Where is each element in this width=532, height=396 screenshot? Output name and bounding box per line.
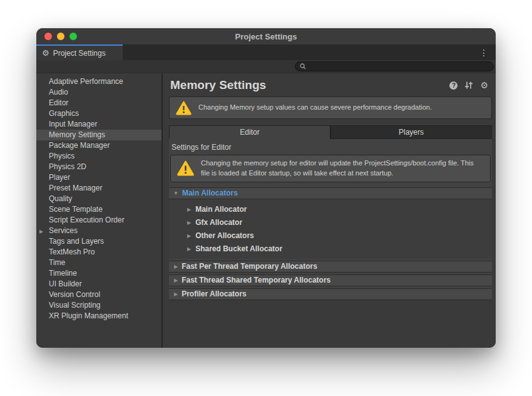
allocator-foldout[interactable]: ▶ Gfx Allocator <box>169 216 492 229</box>
sidebar-item[interactable]: ▶ TextMesh Pro <box>36 247 161 258</box>
sidebar-item-label: Graphics <box>49 109 79 118</box>
sidebar-item[interactable]: ▶ Visual Scripting <box>36 300 161 311</box>
sidebar-item[interactable]: ▶ Quality <box>36 194 161 204</box>
section-foldout[interactable]: ▶ Fast Thread Shared Temporary Allocator… <box>169 274 492 286</box>
dock-menu-button[interactable]: ⋮ <box>479 44 488 60</box>
sidebar-item[interactable]: ▶ Scene Template <box>36 204 161 215</box>
sidebar-item[interactable]: ▶ Physics 2D <box>36 162 161 172</box>
sidebar-item-label: Tags and Layers <box>49 237 104 246</box>
sidebar-item[interactable]: ▶ Adaptive Performance <box>36 76 161 87</box>
header-icons: ? ⚙ <box>449 81 488 90</box>
settings-for-editor-label: Settings for Editor <box>169 139 492 155</box>
search-icon <box>300 63 306 70</box>
sidebar-item-label: UI Builder <box>49 279 82 288</box>
sidebar-item-label: Version Control <box>49 290 100 299</box>
help-icon[interactable]: ? <box>449 81 458 90</box>
chevron-right-icon: ▶ <box>187 246 191 252</box>
allocator-foldout[interactable]: ▶ Shared Bucket Allocator <box>169 242 492 256</box>
close-window-button[interactable] <box>44 33 52 40</box>
foldout-main-allocators[interactable]: ▼ Main Allocators <box>169 187 492 199</box>
allocator-label: Main Allocator <box>195 205 247 214</box>
allocator-label: Gfx Allocator <box>195 218 242 227</box>
page-header: Memory Settings ? ⚙ <box>163 73 496 95</box>
sidebar-item-label: Input Manager <box>49 120 97 128</box>
sidebar-item[interactable]: ▶ Time <box>36 258 161 268</box>
chevron-right-icon: ▶ <box>187 207 191 212</box>
sidebar-item-label: Physics <box>49 152 74 160</box>
target-tabs: Editor Players <box>169 125 492 139</box>
target-tab-label: Players <box>399 128 424 137</box>
sidebar-item[interactable]: ▶ Timeline <box>36 268 161 279</box>
toolbar <box>36 60 496 73</box>
main-split: ▶ Adaptive Performance ▶ Audio ▶ Editor … <box>36 73 496 348</box>
content-pane: Memory Settings ? ⚙ <box>163 73 496 348</box>
sidebar-item-label: Quality <box>49 194 72 203</box>
sidebar-item[interactable]: ▶ Editor <box>36 98 161 108</box>
warning-icon <box>177 160 194 176</box>
project-settings-window: Project Settings ⚙ Project Settings ⋮ ▶ … <box>36 28 496 348</box>
page-title: Memory Settings <box>170 78 449 92</box>
sidebar-item[interactable]: ▶ Package Manager <box>36 140 161 151</box>
traffic-lights <box>44 28 77 44</box>
target-tab[interactable]: Editor <box>169 125 330 139</box>
chevron-right-icon: ▶ <box>174 278 178 283</box>
sidebar-item-label: Timeline <box>49 269 77 278</box>
sidebar-item-label: Editor <box>49 98 68 107</box>
sidebar-item-label: Scene Template <box>49 205 103 214</box>
sidebar-item-label: Time <box>49 258 65 267</box>
sidebar-item-label: Audio <box>49 88 68 96</box>
sidebar-item[interactable]: ▶ Script Execution Order <box>36 215 161 226</box>
sidebar-item[interactable]: ▶ Tags and Layers <box>36 236 161 247</box>
sidebar-item[interactable]: ▶ Graphics <box>36 108 161 119</box>
sidebar-item[interactable]: ▶ Player <box>36 172 161 183</box>
preset-icon[interactable] <box>464 81 473 89</box>
allocator-foldout[interactable]: ▶ Other Allocators <box>169 229 492 242</box>
sidebar-item[interactable]: ▶ Preset Manager <box>36 183 161 194</box>
foldout-label: Main Allocators <box>182 189 238 197</box>
search-field[interactable] <box>295 61 494 71</box>
tab-label: Project Settings <box>53 49 106 58</box>
minimize-window-button[interactable] <box>57 33 64 40</box>
main-allocators-body: ▶ Main Allocator ▶ Gfx Allocator ▶ Other… <box>169 199 492 259</box>
warning-banner: Changing Memory setup values can cause s… <box>169 96 492 119</box>
chevron-right-icon: ▶ <box>174 291 178 297</box>
section-foldout-label: Profiler Allocators <box>182 289 247 298</box>
sidebar-item-label: Player <box>49 173 70 182</box>
sidebar-item-label: Memory Settings <box>49 130 105 139</box>
sidebar-item[interactable]: ▶ Input Manager <box>36 119 161 130</box>
editor-warning-text: Changing the memory setup for editor wil… <box>201 159 484 179</box>
sidebar-item[interactable]: ▶ Services <box>36 226 161 236</box>
titlebar: Project Settings <box>36 28 496 44</box>
settings-sidebar: ▶ Adaptive Performance ▶ Audio ▶ Editor … <box>36 73 163 348</box>
sidebar-item[interactable]: ▶ UI Builder <box>36 279 161 289</box>
warning-icon <box>176 101 192 115</box>
target-tab[interactable]: Players <box>330 125 492 139</box>
chevron-right-icon: ▶ <box>174 264 178 269</box>
sidebar-item-label: Physics 2D <box>49 162 86 171</box>
chevron-right-icon[interactable]: ▶ <box>39 226 43 236</box>
allocator-label: Shared Bucket Allocator <box>195 244 282 253</box>
target-tab-label: Editor <box>240 128 259 137</box>
allocator-label: Other Allocators <box>195 231 254 240</box>
sidebar-item[interactable]: ▶ Memory Settings <box>36 130 161 140</box>
sidebar-item-label: Services <box>49 226 78 235</box>
dock-tab-bar: ⚙ Project Settings ⋮ <box>36 44 496 60</box>
editor-warning-banner: Changing the memory setup for editor wil… <box>170 155 491 182</box>
section-foldout[interactable]: ▶ Profiler Allocators <box>169 288 492 300</box>
sidebar-item[interactable]: ▶ Version Control <box>36 289 161 300</box>
tab-project-settings[interactable]: ⚙ Project Settings <box>36 44 123 60</box>
search-input[interactable] <box>309 62 489 71</box>
sidebar-item[interactable]: ▶ Audio <box>36 87 161 98</box>
sidebar-item-label: XR Plugin Management <box>49 311 128 320</box>
sidebar-item-label: TextMesh Pro <box>49 248 95 256</box>
allocator-foldout[interactable]: ▶ Main Allocator <box>169 203 492 216</box>
sidebar-item-label: Package Manager <box>49 141 110 150</box>
section-foldout[interactable]: ▶ Fast Per Thread Temporary Allocators <box>169 261 492 273</box>
gear-icon[interactable]: ⚙ <box>480 81 488 90</box>
collapsed-sections: ▶ Fast Per Thread Temporary Allocators ▶… <box>169 261 492 300</box>
section-foldout-label: Fast Per Thread Temporary Allocators <box>182 262 317 271</box>
sidebar-item[interactable]: ▶ XR Plugin Management <box>36 311 161 321</box>
chevron-down-icon: ▼ <box>173 190 178 196</box>
zoom-window-button[interactable] <box>69 33 77 40</box>
sidebar-item[interactable]: ▶ Physics <box>36 151 161 162</box>
